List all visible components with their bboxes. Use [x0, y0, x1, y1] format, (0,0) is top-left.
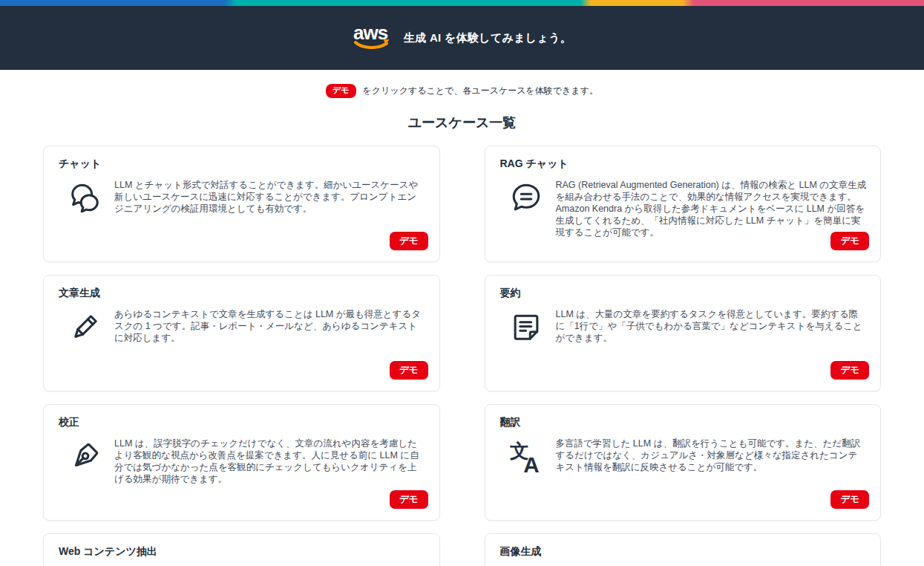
card-description: LLM とチャット形式で対話することができます。細かいユースケースや新しいユース…	[114, 179, 427, 215]
rag-chat-bubble-icon	[509, 181, 543, 215]
pen-nib-icon	[68, 440, 102, 474]
card-title: 要約	[500, 287, 869, 300]
use-case-grid: チャット LLM とチャット形式で対話することができます。細かいユースケースや新…	[0, 146, 924, 566]
demo-badge: デモ	[326, 84, 356, 98]
summary-note-icon	[509, 310, 543, 345]
intro-line: デモ をクリックすることで、各ユースケースを体験できます。	[0, 84, 924, 98]
card-body: LLM とチャット形式で対話することができます。細かいユースケースや新しいユース…	[56, 179, 427, 215]
card-description: あらゆるコンテキストで文章を生成することは LLM が最も得意とするタスクの 1…	[114, 308, 427, 344]
card-body: LLM は、大量の文章を要約するタスクを得意としています。要約する際に「1行で」…	[497, 308, 869, 345]
header: aws 生成 AI を体験してみましょう。	[0, 6, 924, 70]
use-case-card-translate: 翻訳 文 A 多言語で学習した LLM は、翻訳を行うことも可能です。また、ただ…	[485, 404, 882, 521]
pencil-icon	[68, 310, 102, 345]
demo-button[interactable]: デモ	[830, 361, 869, 380]
translate-icon: 文 A	[509, 440, 543, 474]
card-title: RAG チャット	[500, 157, 869, 171]
use-case-card-image: 画像生成 画像生成 AI は、テキストや画像を元に新しい画像を生成できます。アイ…	[485, 533, 882, 566]
card-body: LLM は、誤字脱字のチェックだけでなく、文章の流れや内容を考慮したより客観的な…	[56, 437, 427, 485]
card-body: 文 A 多言語で学習した LLM は、翻訳を行うことも可能です。また、ただ翻訳す…	[497, 437, 869, 474]
intro-text: をクリックすることで、各ユースケースを体験できます。	[363, 85, 598, 97]
demo-button[interactable]: デモ	[830, 232, 869, 250]
use-case-card-globe: Web コンテンツ抽出 ブログやドキュメントなどの Web コンテンツを抽出しま…	[43, 533, 440, 566]
card-description: 多言語で学習した LLM は、翻訳を行うことも可能です。また、ただ翻訳するだけで…	[556, 437, 869, 473]
card-title: 翻訳	[500, 416, 869, 429]
card-body: あらゆるコンテキストで文章を生成することは LLM が最も得意とするタスクの 1…	[56, 308, 427, 345]
aws-logo-icon: aws	[353, 22, 391, 53]
card-description: LLM は、大量の文章を要約するタスクを得意としています。要約する際に「1行で」…	[556, 308, 869, 344]
card-title: 校正	[59, 416, 427, 429]
demo-button[interactable]: デモ	[390, 490, 428, 509]
use-case-card-chat-bubbles: チャット LLM とチャット形式で対話することができます。細かいユースケースや新…	[43, 146, 440, 262]
card-description: RAG (Retrieval Augmented Generation) は、情…	[556, 179, 869, 238]
card-title: チャット	[59, 157, 427, 171]
chat-bubbles-icon	[68, 181, 102, 215]
demo-button[interactable]: デモ	[390, 232, 428, 250]
card-description: LLM は、誤字脱字のチェックだけでなく、文章の流れや内容を考慮したより客観的な…	[114, 437, 427, 485]
demo-button[interactable]: デモ	[830, 490, 869, 509]
svg-text:aws: aws	[353, 22, 388, 44]
use-case-card-pencil: 文章生成 あらゆるコンテキストで文章を生成することは LLM が最も得意とするタ…	[43, 275, 440, 391]
card-title: 文章生成	[59, 287, 427, 300]
page-title: ユースケース一覧	[0, 114, 924, 131]
svg-text:A: A	[523, 452, 539, 474]
brand-gradient-stripe	[0, 0, 924, 6]
demo-button[interactable]: デモ	[390, 361, 428, 380]
header-title: 生成 AI を体験してみましょう。	[404, 31, 571, 45]
card-title: Web コンテンツ抽出	[59, 545, 427, 559]
use-case-card-summary-note: 要約 LLM は、大量の文章を要約するタスクを得意としています。要約する際に「1…	[485, 275, 882, 391]
use-case-card-pen-nib: 校正 LLM は、誤字脱字のチェックだけでなく、文章の流れや内容を考慮したより客…	[43, 404, 440, 521]
card-body: RAG (Retrieval Augmented Generation) は、情…	[497, 179, 869, 238]
use-case-card-rag-chat-bubble: RAG チャット RAG (Retrieval Augmented Genera…	[485, 146, 882, 262]
card-title: 画像生成	[500, 545, 869, 559]
